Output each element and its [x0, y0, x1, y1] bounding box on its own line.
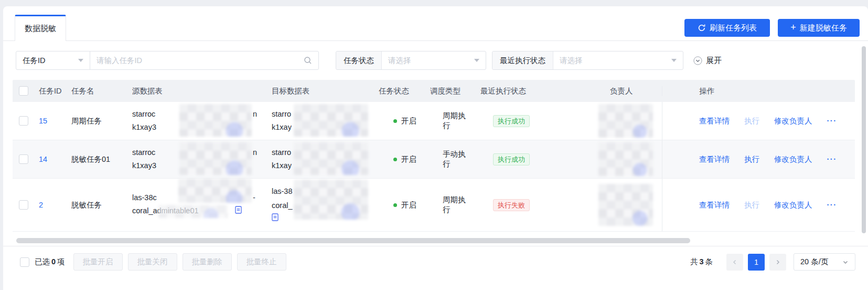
caret-down-icon — [474, 59, 479, 65]
row-actions: 查看详情 执行 修改负责人 ··· — [662, 140, 855, 178]
more-actions-icon[interactable]: ··· — [827, 201, 837, 209]
col-header-task-id: 任务ID — [34, 86, 63, 96]
expand-label: 展开 — [706, 56, 722, 66]
task-status: 开启 — [401, 200, 416, 210]
page-size-value: 20 条/页 — [800, 257, 828, 267]
select-all-checkbox[interactable] — [19, 86, 28, 96]
col-header-task-name: 任务名 — [63, 86, 124, 96]
table-row: 14 脱敏任务01 starroc k1xay3 n starro k1xay … — [13, 140, 855, 179]
plus-icon: + — [790, 23, 796, 32]
create-button-label: 新建脱敏任务 — [800, 23, 847, 33]
run-link[interactable]: 执行 — [744, 154, 759, 164]
row-actions: 查看详情 执行 修改负责人 ··· — [662, 179, 855, 231]
more-actions-icon[interactable]: ··· — [827, 155, 837, 163]
col-header-ops: 操作 — [662, 86, 855, 96]
create-masking-task-button[interactable]: + 新建脱敏任务 — [778, 19, 860, 37]
document-icon[interactable] — [235, 206, 242, 214]
target-text-line2: k1xay — [272, 123, 292, 131]
schedule-type: 周期执行 — [443, 111, 472, 131]
task-id-link[interactable]: 14 — [39, 155, 47, 163]
modify-owner-link[interactable]: 修改负责人 — [774, 154, 812, 164]
task-id-field-select[interactable]: 任务ID — [16, 51, 90, 70]
batch-disable-button[interactable]: 批量关闭 — [128, 253, 177, 271]
expand-filters-toggle[interactable]: 展开 — [693, 51, 722, 70]
run-link[interactable]: 执行 — [744, 116, 759, 126]
batch-delete-button[interactable]: 批量删除 — [183, 253, 232, 271]
target-table-cell: las-38 coral_ — [263, 179, 370, 231]
task-status-select[interactable]: 请选择 — [382, 51, 486, 69]
target-table-cell: starro k1xay — [263, 102, 370, 140]
target-text-line1: starro — [272, 110, 291, 118]
prev-page-button[interactable] — [726, 254, 743, 271]
exec-status-badge: 执行成功 — [493, 153, 530, 165]
task-status-filter: 任务状态 请选择 — [336, 51, 486, 70]
more-actions-icon[interactable]: ··· — [827, 117, 837, 125]
task-id-input[interactable] — [90, 56, 304, 65]
selected-count: 0 — [51, 257, 56, 266]
task-status: 开启 — [401, 154, 416, 164]
chevron-left-icon — [732, 259, 738, 265]
table-header-row: 任务ID 任务名 源数据表 目标数据表 任务状态 调度类型 最近执行状态 负责人… — [13, 80, 855, 102]
view-detail-link[interactable]: 查看详情 — [699, 200, 730, 210]
batch-enable-button[interactable]: 批量开启 — [73, 253, 123, 271]
redaction-mosaic — [598, 104, 653, 138]
modify-owner-link[interactable]: 修改负责人 — [774, 116, 812, 126]
row-checkbox[interactable] — [19, 116, 28, 126]
source-table-cell: las-38c coral_admintable01 - — [124, 179, 263, 231]
task-name: 脱敏任务 — [71, 200, 102, 210]
target-text-line2: coral_ — [272, 201, 293, 210]
total-count: 3 — [699, 257, 703, 266]
redaction-mosaic — [294, 180, 368, 220]
redaction-mosaic — [158, 205, 228, 218]
redaction-mosaic — [598, 142, 653, 176]
search-icon[interactable] — [304, 56, 312, 65]
chevron-down-icon — [842, 259, 849, 265]
refresh-task-list-button[interactable]: 刷新任务列表 — [684, 19, 770, 37]
source-text-line1: starroc — [132, 110, 155, 118]
target-table-cell: starro k1xay — [263, 140, 370, 178]
chevron-down-circle-icon — [693, 56, 702, 65]
redaction-mosaic — [294, 142, 368, 175]
task-id-link[interactable]: 15 — [39, 117, 47, 125]
document-icon[interactable] — [272, 213, 278, 221]
schedule-type: 周期执行 — [443, 195, 472, 215]
row-checkbox[interactable] — [19, 200, 28, 210]
redaction-mosaic — [179, 104, 252, 137]
owner-cell — [602, 179, 662, 231]
view-detail-link[interactable]: 查看详情 — [699, 154, 730, 164]
col-header-source: 源数据表 — [124, 86, 263, 96]
task-name: 周期任务 — [71, 116, 102, 126]
batch-terminate-button[interactable]: 批量终止 — [237, 253, 286, 271]
footer-select-checkbox[interactable] — [20, 257, 29, 267]
modify-owner-link[interactable]: 修改负责人 — [774, 200, 812, 210]
refresh-icon — [698, 24, 706, 32]
col-header-schedule: 调度类型 — [422, 86, 472, 96]
target-text-line2: k1xay — [272, 161, 292, 170]
source-table-cell: starroc k1xay3 n — [124, 102, 263, 140]
page-size-select[interactable]: 20 条/页 — [794, 253, 855, 271]
exec-status-select[interactable]: 请选择 — [553, 51, 683, 69]
task-id-link[interactable]: 2 — [39, 201, 43, 209]
current-page-button[interactable]: 1 — [748, 254, 765, 271]
source-text-line2: k1xay3 — [132, 123, 156, 131]
next-page-button[interactable] — [769, 254, 786, 271]
vertical-scrollbar[interactable] — [862, 46, 866, 233]
task-id-field-label: 任务ID — [23, 56, 46, 66]
tab-label: 数据脱敏 — [25, 24, 56, 34]
task-table: 任务ID 任务名 源数据表 目标数据表 任务状态 调度类型 最近执行状态 负责人… — [13, 80, 855, 232]
selected-count-text: 已选0项 — [35, 257, 65, 267]
footer-bar: 已选0项 批量开启 批量关闭 批量删除 批量终止 共3条 1 20 条/页 — [3, 246, 868, 290]
task-status: 开启 — [401, 116, 416, 126]
source-table-cell: starroc k1xay3 n — [124, 140, 263, 178]
exec-status-badge: 执行成功 — [493, 115, 530, 127]
horizontal-scrollbar[interactable] — [16, 238, 690, 243]
view-detail-link[interactable]: 查看详情 — [699, 116, 730, 126]
run-link[interactable]: 执行 — [744, 200, 759, 210]
owner-cell — [602, 140, 662, 178]
task-status-placeholder: 请选择 — [388, 56, 411, 66]
caret-down-icon — [78, 59, 83, 65]
tab-data-masking[interactable]: 数据脱敏 — [15, 15, 66, 41]
row-checkbox[interactable] — [19, 154, 28, 164]
source-text-line2: k1xay3 — [132, 161, 156, 170]
source-text-tail: n — [253, 146, 257, 159]
